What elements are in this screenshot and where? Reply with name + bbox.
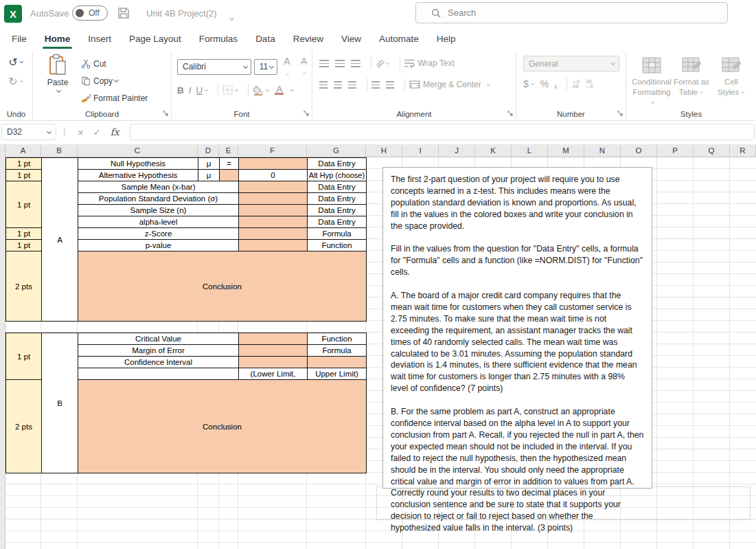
column-header-p[interactable]: P	[657, 144, 694, 157]
increase-indent-icon[interactable]	[386, 81, 394, 89]
hint-cell[interactable]: Function	[308, 333, 367, 345]
hint-cell[interactable]: Data Entry	[308, 181, 367, 193]
column-header-d[interactable]: D	[198, 144, 219, 157]
align-bottom-icon[interactable]	[351, 60, 360, 67]
row-label-cell[interactable]: z-Score	[78, 228, 239, 240]
points-cell[interactable]: 2 pts	[6, 251, 42, 322]
conclusion-b-cell[interactable]: Conclusion	[78, 380, 367, 473]
hint-cell[interactable]: Data Entry	[308, 158, 367, 170]
points-cell[interactable]: 1 pt	[6, 240, 42, 251]
row-label-cell[interactable]: Sample Size (n)	[78, 205, 239, 216]
document-title[interactable]: Unit 4B Project(2)	[146, 8, 217, 19]
column-header-e[interactable]: E	[219, 144, 238, 157]
column-header-j[interactable]: J	[439, 144, 475, 157]
column-header-f[interactable]: F	[238, 144, 307, 157]
function-cell[interactable]	[239, 333, 308, 345]
formula-cell[interactable]	[239, 228, 308, 240]
column-header-q[interactable]: Q	[694, 144, 730, 157]
row-label-cell[interactable]: Critical Value	[78, 333, 239, 345]
column-header-k[interactable]: K	[475, 144, 512, 157]
hint-cell[interactable]: Data Entry	[308, 193, 367, 205]
orientation-button[interactable]: ab	[374, 57, 386, 69]
search-input[interactable]: Search	[415, 2, 728, 23]
points-cell[interactable]: 1 pt	[6, 333, 42, 380]
borders-button[interactable]	[222, 85, 239, 95]
data-entry-cell[interactable]	[220, 170, 239, 181]
hint-cell[interactable]: Alt Hyp (choose)	[308, 170, 367, 181]
insert-function-button[interactable]: fx	[111, 126, 119, 137]
name-box[interactable]: D32	[1, 124, 56, 140]
column-header-g[interactable]: G	[307, 144, 366, 157]
enter-button[interactable]: ✓	[93, 127, 101, 137]
fill-color-button[interactable]	[253, 85, 270, 96]
bold-button[interactable]: B	[177, 85, 184, 96]
instructions-textbox[interactable]: The first 2-part question of your projec…	[382, 167, 652, 489]
cut-button[interactable]: Cut	[78, 55, 148, 72]
column-header-n[interactable]: N	[584, 144, 621, 157]
data-entry-cell[interactable]	[239, 205, 308, 216]
points-cell[interactable]: 1 pt	[6, 181, 42, 228]
column-header-a[interactable]: A	[5, 144, 41, 157]
tab-insert[interactable]: Insert	[79, 27, 120, 49]
tab-review[interactable]: Review	[284, 27, 332, 49]
points-cell[interactable]: 2 pts	[6, 380, 42, 473]
tab-file[interactable]: File	[3, 27, 36, 49]
row-label-cell[interactable]: alpha-level	[78, 216, 239, 228]
currency-button[interactable]: $	[523, 78, 535, 89]
wrap-text-button[interactable]: Wrap Text	[417, 58, 455, 68]
lower-limit-caption-cell[interactable]: (Lower Limit,	[239, 368, 308, 380]
function-cell[interactable]	[239, 240, 308, 251]
font-color-button[interactable]: A	[275, 85, 284, 95]
hint-cell[interactable]: Formula	[308, 345, 367, 357]
comma-button[interactable]: ,	[554, 78, 557, 89]
tab-help[interactable]: Help	[428, 27, 465, 49]
mu-cell[interactable]: μ	[198, 158, 220, 170]
undo-button[interactable]: ↺	[0, 54, 32, 70]
align-middle-icon[interactable]	[335, 60, 345, 67]
column-header-o[interactable]: O	[621, 144, 657, 157]
row-label-cell[interactable]	[78, 368, 239, 380]
interval-upper-cell[interactable]	[308, 357, 367, 368]
hint-cell[interactable]: Formula	[308, 228, 367, 240]
redo-button[interactable]: ↻	[0, 73, 32, 89]
value-cell[interactable]: 0	[239, 170, 308, 181]
tab-home[interactable]: Home	[36, 27, 80, 49]
row-label-cell[interactable]: Margin of Error	[78, 345, 239, 357]
number-format-select[interactable]: General	[523, 56, 619, 71]
cancel-button[interactable]: ×	[78, 126, 84, 138]
save-icon[interactable]	[117, 6, 130, 20]
formula-cell[interactable]	[239, 345, 308, 357]
decrease-font-button[interactable]: A	[301, 56, 312, 78]
row-label-cell[interactable]: Alternative Hypothesis	[78, 170, 198, 181]
increase-decimal-button[interactable]: ←0.00	[571, 79, 580, 89]
tab-page-layout[interactable]: Page Layout	[120, 27, 190, 49]
column-header-l[interactable]: L	[512, 144, 548, 157]
align-top-icon[interactable]	[319, 60, 329, 67]
interval-lower-cell[interactable]	[239, 357, 308, 368]
conclusion-a-cell[interactable]: Conclusion	[78, 251, 367, 322]
mu-cell[interactable]: μ	[198, 170, 220, 181]
row-label-cell[interactable]: Null Hypothesis	[78, 158, 198, 170]
copy-button[interactable]: Copy	[78, 72, 148, 89]
percent-button[interactable]: %	[540, 78, 549, 89]
tab-formulas[interactable]: Formulas	[190, 27, 247, 49]
format-painter-button[interactable]: Format Painter	[78, 89, 148, 107]
row-label-cell[interactable]: p-value	[78, 240, 239, 251]
data-entry-cell[interactable]	[239, 193, 308, 205]
align-left-icon[interactable]	[319, 81, 328, 89]
column-header-i[interactable]: I	[402, 144, 439, 157]
underline-button[interactable]: U	[196, 85, 209, 96]
column-header-m[interactable]: M	[548, 144, 584, 157]
row-label-cell[interactable]: Population Standard Deviation (σ)	[78, 193, 239, 205]
row-label-cell[interactable]: Sample Mean (x-bar)	[78, 181, 239, 193]
column-header-h[interactable]: H	[366, 144, 402, 157]
hint-cell[interactable]: Function	[308, 240, 367, 251]
points-cell[interactable]: 1 pt	[6, 158, 42, 170]
data-entry-cell[interactable]	[239, 181, 308, 193]
font-size-select[interactable]: 11	[254, 59, 277, 75]
font-name-select[interactable]: Calibri	[177, 59, 251, 75]
excel-logo-icon[interactable]: X	[4, 5, 22, 23]
row-label-cell[interactable]: Confidence Interval	[78, 357, 239, 368]
tab-automate[interactable]: Automate	[370, 27, 428, 49]
title-chevron-down-icon[interactable]	[228, 12, 234, 24]
